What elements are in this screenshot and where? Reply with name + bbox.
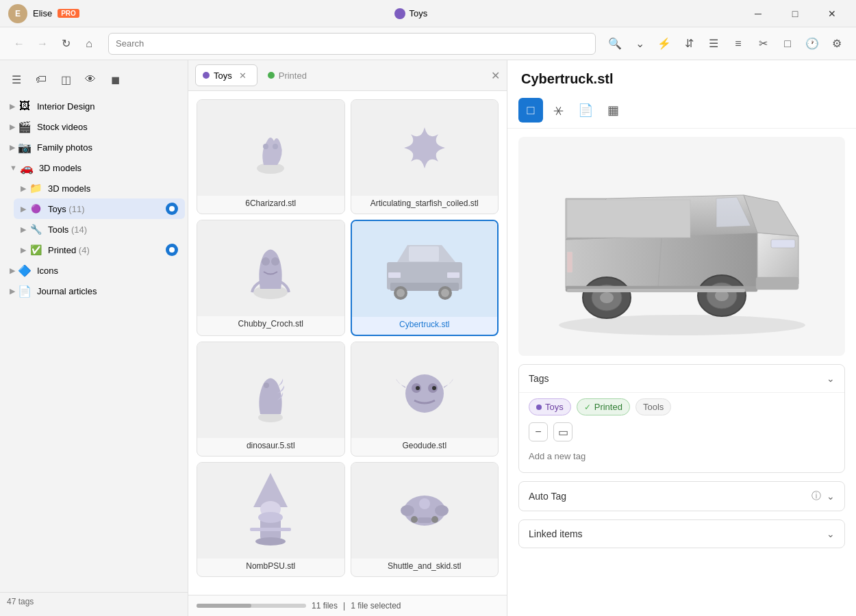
- linked-items-header[interactable]: Linked items ⌄: [519, 520, 844, 548]
- svg-rect-44: [567, 252, 572, 272]
- sidebar-item-printed[interactable]: ▶ ✅ Printed (4): [14, 240, 185, 260]
- sidebar-tag-btn[interactable]: 🏷: [30, 68, 52, 90]
- svg-point-31: [435, 505, 449, 516]
- sort-btn[interactable]: ⇵: [678, 33, 700, 55]
- detail-3d-view-btn[interactable]: □: [518, 98, 543, 123]
- svg-point-5: [271, 257, 279, 266]
- model-preview: [518, 137, 845, 356]
- tab-printed[interactable]: Printed: [260, 66, 314, 85]
- file-name: Geodude.stl: [351, 438, 499, 450]
- file-card[interactable]: dinosaur.5.stl: [197, 342, 345, 457]
- scissors-btn[interactable]: ✂: [752, 33, 774, 55]
- svg-rect-15: [447, 272, 460, 278]
- tag-chip-toys[interactable]: Toys: [529, 398, 571, 415]
- lightning-btn[interactable]: ⚡: [653, 33, 675, 55]
- sidebar-item-tools[interactable]: ▶ 🔧 Tools (14): [14, 219, 185, 240]
- svg-point-4: [262, 257, 270, 266]
- sidebar-view-btn[interactable]: 👁: [79, 68, 101, 90]
- folder-icon: 📁: [29, 181, 42, 195]
- search-input[interactable]: [108, 33, 596, 55]
- layout-btn[interactable]: □: [777, 33, 798, 55]
- refresh-button[interactable]: ↻: [55, 33, 77, 55]
- sidebar-item-interior-design[interactable]: ▶ 🖼 Interior Design: [3, 96, 185, 116]
- file-name: Articulating_starfish_coiled.stl: [351, 196, 499, 208]
- separator: |: [343, 601, 345, 611]
- grid-footer: 11 files | 1 file selected: [188, 595, 507, 616]
- titlebar-left: E Elise PRO: [8, 4, 79, 23]
- sidebar-item-family-photos[interactable]: ▶ 📷 Family photos: [3, 137, 185, 157]
- add-tag-input[interactable]: [529, 448, 835, 464]
- svg-point-28: [255, 537, 286, 546]
- sidebar-item-journal[interactable]: ▶ 📄 Journal articles: [3, 281, 185, 301]
- minimize-button[interactable]: ─: [742, 4, 774, 23]
- main-layout: ☰ 🏷 ◫ 👁 ◼ ▶ 🖼 Interior Design ▶ 🎬 Stock …: [0, 60, 856, 616]
- chevron-right-icon: ▶: [21, 205, 26, 214]
- settings-btn[interactable]: ⚙: [826, 33, 848, 55]
- file-card-selected[interactable]: Cybertruck.stl: [351, 220, 499, 336]
- window-controls: ─ □ ✕: [742, 4, 848, 23]
- svg-point-36: [559, 315, 805, 335]
- svg-point-35: [431, 516, 438, 523]
- sidebar-item-label: Journal articles: [37, 286, 178, 296]
- toys-tag-dot: [536, 405, 542, 410]
- detail-pin-btn[interactable]: ⚹: [546, 98, 570, 123]
- file-card[interactable]: 6Charizard.stl: [197, 99, 345, 214]
- family-photos-icon: 📷: [18, 140, 32, 154]
- tab-toys-close[interactable]: ✕: [236, 68, 250, 82]
- file-name: 6Charizard.stl: [197, 196, 344, 208]
- sidebar-layout-btn[interactable]: ◫: [55, 68, 77, 90]
- scrollbar-thumb[interactable]: [197, 604, 251, 608]
- sidebar-item-3d-models-root[interactable]: ▼ 🚗 3D models: [3, 157, 185, 178]
- file-thumbnail: [351, 463, 499, 559]
- pro-badge: PRO: [58, 9, 79, 18]
- sidebar-item-3d-models-folder[interactable]: ▶ 📁 3D models: [14, 178, 185, 198]
- svg-point-10: [396, 289, 405, 297]
- remove-tag-btn[interactable]: −: [529, 422, 548, 441]
- svg-point-30: [401, 505, 414, 516]
- tags-section-header[interactable]: Tags ⌄: [519, 365, 844, 392]
- tag-chip-tools[interactable]: Tools: [635, 398, 671, 415]
- sidebar-item-label: Stock videos: [37, 122, 178, 132]
- file-card[interactable]: Shuttle_and_skid.stl: [351, 462, 499, 577]
- tag-chip-printed[interactable]: ✓ Printed: [577, 398, 630, 415]
- svg-rect-54: [756, 277, 798, 290]
- tab-toys-label: Toys: [214, 70, 232, 81]
- sidebar-toolbar: ☰ 🏷 ◫ 👁 ◼: [0, 66, 188, 96]
- file-card[interactable]: Chubby_Croch.stl: [197, 220, 345, 336]
- chevron-down-icon: ⌄: [827, 528, 835, 539]
- svg-rect-27: [250, 528, 291, 531]
- sidebar-filter-btn[interactable]: ◼: [104, 68, 126, 90]
- file-card[interactable]: Geodude.stl: [351, 342, 499, 457]
- detail-grid-btn[interactable]: ▦: [601, 98, 625, 123]
- sidebar-item-toys[interactable]: ▶ 🟣 Toys (11): [14, 198, 185, 219]
- forward-button[interactable]: →: [32, 33, 53, 55]
- charizard-preview: [240, 114, 301, 182]
- sidebar-item-stock-videos[interactable]: ▶ 🎬 Stock videos: [3, 116, 185, 137]
- home-button[interactable]: ⌂: [78, 33, 100, 55]
- question-icon: ⓘ: [811, 490, 821, 502]
- file-card[interactable]: Articulating_starfish_coiled.stl: [351, 99, 499, 214]
- maximize-button[interactable]: □: [779, 4, 811, 23]
- close-all-tabs-btn[interactable]: ✕: [491, 69, 500, 82]
- tab-toys[interactable]: Toys ✕: [195, 64, 257, 86]
- tag-chip-label: Tools: [643, 402, 664, 412]
- search-icon-btn[interactable]: 🔍: [604, 33, 626, 55]
- close-button[interactable]: ✕: [816, 4, 848, 23]
- user-avatar: E: [8, 4, 27, 23]
- svg-point-34: [411, 516, 418, 523]
- gnome-preview: [243, 470, 298, 552]
- list-btn[interactable]: ☰: [703, 33, 725, 55]
- printed-icon: ✅: [29, 243, 42, 257]
- sidebar-menu-btn[interactable]: ☰: [5, 68, 27, 90]
- back-button[interactable]: ←: [8, 33, 30, 55]
- copy-tag-btn[interactable]: ▭: [553, 422, 572, 441]
- tags-section-title: Tags: [529, 373, 549, 384]
- dropdown-btn[interactable]: ⌄: [629, 33, 651, 55]
- grid-btn[interactable]: ≡: [727, 33, 749, 55]
- sidebar-item-icons[interactable]: ▶ 🔷 Icons: [3, 260, 185, 281]
- history-btn[interactable]: 🕐: [801, 33, 823, 55]
- window-title: Toys: [410, 8, 428, 18]
- autotag-section-header[interactable]: Auto Tag ⓘ ⌄: [519, 482, 844, 511]
- detail-doc-btn[interactable]: 📄: [573, 98, 598, 123]
- file-card[interactable]: NombPSU.stl: [197, 462, 345, 577]
